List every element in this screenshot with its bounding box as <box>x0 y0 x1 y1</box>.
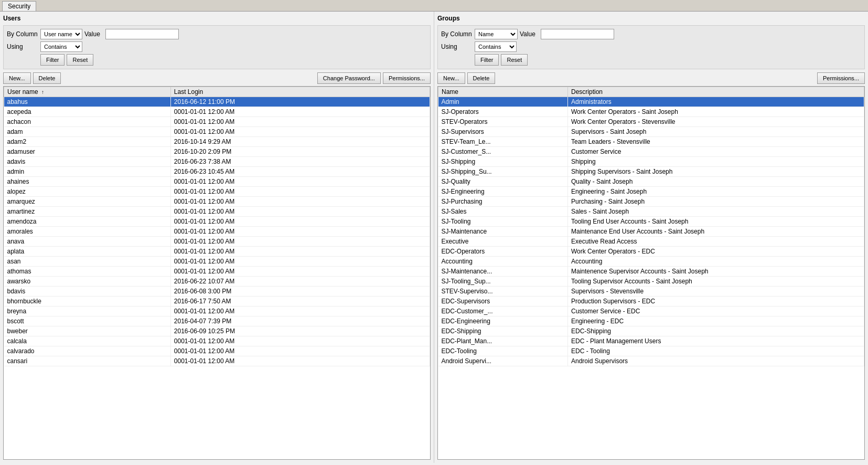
security-tab[interactable]: Security <box>2 1 36 11</box>
users-table-row[interactable]: adavis 2016-06-23 7:38 AM <box>4 157 430 167</box>
group-description-cell: Work Center Operators - EDC <box>568 247 864 257</box>
groups-permissions-button[interactable]: Permissions... <box>817 72 865 84</box>
groups-table-row[interactable]: SJ-Maintenance... Maintenence Supervisor… <box>438 267 864 277</box>
users-value-label: Value <box>84 30 103 38</box>
groups-table-row[interactable]: STEV-Superviso... Supervisors - Stevensv… <box>438 287 864 297</box>
groups-table-row[interactable]: SJ-Operators Work Center Operators - Sai… <box>438 107 864 117</box>
group-name-cell: SJ-Shipping <box>438 157 568 167</box>
groups-delete-button[interactable]: Delete <box>467 72 496 84</box>
user-lastlogin-cell: 0001-01-01 12:00 AM <box>170 207 430 217</box>
users-table-row[interactable]: aplata 0001-01-01 12:00 AM <box>4 247 430 257</box>
users-table-row[interactable]: adam2 2016-10-14 9:29 AM <box>4 137 430 147</box>
groups-table-row[interactable]: Accounting Accounting <box>438 257 864 267</box>
users-table-row[interactable]: bdavis 2016-06-08 3:00 PM <box>4 287 430 297</box>
groups-table-row[interactable]: SJ-Shipping Shipping <box>438 157 864 167</box>
group-description-cell: Supervisors - Saint Joseph <box>568 127 864 137</box>
groups-table-row[interactable]: SJ-Shipping_Su... Shipping Supervisors -… <box>438 167 864 177</box>
users-filter-button[interactable]: Filter <box>40 54 65 66</box>
groups-col-description[interactable]: Description <box>568 87 864 97</box>
groups-by-column-select[interactable]: Name Description <box>475 29 518 39</box>
users-by-column-select[interactable]: User name Last Login <box>40 29 82 39</box>
users-table-row[interactable]: asan 0001-01-01 12:00 AM <box>4 257 430 267</box>
users-table-row[interactable]: awarsko 2016-06-22 10:07 AM <box>4 277 430 287</box>
users-col-lastlogin[interactable]: Last Login <box>170 87 430 97</box>
groups-table-row[interactable]: EDC-Tooling EDC - Tooling <box>438 346 864 356</box>
users-table-row[interactable]: acepeda 0001-01-01 12:00 AM <box>4 107 430 117</box>
users-table-row[interactable]: abahus 2016-06-12 11:00 PM <box>4 97 430 107</box>
group-description-cell: Team Leaders - Stevensville <box>568 137 864 147</box>
users-table-row[interactable]: bweber 2016-06-09 10:25 PM <box>4 326 430 336</box>
users-table-row[interactable]: calvarado 0001-01-01 12:00 AM <box>4 346 430 356</box>
users-delete-button[interactable]: Delete <box>33 72 61 84</box>
users-col-username[interactable]: User name ↑ <box>4 87 171 97</box>
groups-filter-button[interactable]: Filter <box>475 54 499 66</box>
groups-reset-button[interactable]: Reset <box>501 54 528 66</box>
groups-value-input[interactable] <box>541 29 614 39</box>
users-table-row[interactable]: cansari 0001-01-01 12:00 AM <box>4 356 430 366</box>
users-table-row[interactable]: amartinez 0001-01-01 12:00 AM <box>4 207 430 217</box>
user-lastlogin-cell: 0001-01-01 12:00 AM <box>170 217 430 227</box>
groups-col-name[interactable]: Name <box>438 87 568 97</box>
user-username-cell: bscott <box>4 316 171 326</box>
users-table-row[interactable]: admin 2016-06-23 10:45 AM <box>4 167 430 177</box>
groups-panel: Groups By Column Name Description Value … <box>434 12 868 463</box>
users-table-row[interactable]: athomas 0001-01-01 12:00 AM <box>4 267 430 277</box>
groups-table-row[interactable]: SJ-Quality Quality - Saint Joseph <box>438 177 864 187</box>
groups-table-row[interactable]: SJ-Tooling Tooling End User Accounts - S… <box>438 217 864 227</box>
users-table-row[interactable]: bscott 2016-04-07 7:39 PM <box>4 316 430 326</box>
group-name-cell: SJ-Customer_S... <box>438 147 568 157</box>
user-username-cell: amorales <box>4 227 171 237</box>
users-table: User name ↑ Last Login abahus 2016-06-12… <box>4 87 430 366</box>
group-description-cell: EDC - Tooling <box>568 346 864 356</box>
groups-table-row[interactable]: EDC-Plant_Man... EDC - Plant Management … <box>438 336 864 346</box>
users-change-password-button[interactable]: Change Password... <box>317 72 381 84</box>
users-table-row[interactable]: bhornbuckle 2016-06-17 7:50 AM <box>4 297 430 307</box>
groups-table-row[interactable]: STEV-Operators Work Center Operators - S… <box>438 117 864 127</box>
groups-table-row[interactable]: STEV-Team_Le... Team Leaders - Stevensvi… <box>438 137 864 147</box>
users-table-row[interactable]: anava 0001-01-01 12:00 AM <box>4 237 430 247</box>
users-using-select[interactable]: Contains Starts With Equals <box>40 41 82 52</box>
groups-table-row[interactable]: Executive Executive Read Access <box>438 237 864 247</box>
user-username-cell: amarquez <box>4 197 171 207</box>
groups-new-button[interactable]: New... <box>437 72 465 84</box>
users-table-row[interactable]: adamuser 2016-10-20 2:09 PM <box>4 147 430 157</box>
users-table-row[interactable]: amendoza 0001-01-01 12:00 AM <box>4 217 430 227</box>
groups-table-row[interactable]: SJ-Customer_S... Customer Service <box>438 147 864 157</box>
user-lastlogin-cell: 0001-01-01 12:00 AM <box>170 177 430 187</box>
users-table-row[interactable]: breyna 0001-01-01 12:00 AM <box>4 307 430 316</box>
groups-table-row[interactable]: Android Supervi... Android Supervisors <box>438 356 864 366</box>
groups-table-row[interactable]: SJ-Maintenance Maintenance End User Acco… <box>438 227 864 237</box>
users-new-button[interactable]: New... <box>3 72 31 84</box>
groups-table-row[interactable]: EDC-Shipping EDC-Shipping <box>438 326 864 336</box>
users-panel: Users By Column User name Last Login Val… <box>0 12 434 463</box>
groups-table-row[interactable]: SJ-Purchasing Purchasing - Saint Joseph <box>438 197 864 207</box>
user-lastlogin-cell: 2016-04-07 7:39 PM <box>170 316 430 326</box>
users-reset-button[interactable]: Reset <box>67 54 93 66</box>
users-value-input[interactable] <box>105 29 179 39</box>
users-table-row[interactable]: ahaines 0001-01-01 12:00 AM <box>4 177 430 187</box>
user-lastlogin-cell: 0001-01-01 12:00 AM <box>170 356 430 366</box>
user-lastlogin-cell: 2016-06-12 11:00 PM <box>170 97 430 107</box>
groups-table-row[interactable]: Admin Administrators <box>438 97 864 107</box>
group-name-cell: EDC-Supervisors <box>438 297 568 307</box>
users-table-row[interactable]: amorales 0001-01-01 12:00 AM <box>4 227 430 237</box>
group-description-cell: Purchasing - Saint Joseph <box>568 197 864 207</box>
groups-using-label: Using <box>441 43 473 50</box>
users-table-container: User name ↑ Last Login abahus 2016-06-12… <box>3 86 431 460</box>
users-table-row[interactable]: calcala 0001-01-01 12:00 AM <box>4 336 430 346</box>
users-table-row[interactable]: alopez 0001-01-01 12:00 AM <box>4 187 430 197</box>
groups-table-row[interactable]: SJ-Engineering Engineering - Saint Josep… <box>438 187 864 197</box>
groups-table-row[interactable]: SJ-Supervisors Supervisors - Saint Josep… <box>438 127 864 137</box>
users-table-row[interactable]: adam 0001-01-01 12:00 AM <box>4 127 430 137</box>
groups-table-row[interactable]: SJ-Tooling_Sup... Tooling Supervisor Acc… <box>438 277 864 287</box>
groups-table-row[interactable]: EDC-Supervisors Production Supervisors -… <box>438 297 864 307</box>
groups-using-select[interactable]: Contains Starts With Equals <box>475 41 517 52</box>
groups-table-row[interactable]: SJ-Sales Sales - Saint Joseph <box>438 207 864 217</box>
users-table-row[interactable]: amarquez 0001-01-01 12:00 AM <box>4 197 430 207</box>
users-permissions-button[interactable]: Permissions... <box>383 72 431 84</box>
groups-table-row[interactable]: EDC-Customer_... Customer Service - EDC <box>438 307 864 316</box>
users-table-row[interactable]: achacon 0001-01-01 12:00 AM <box>4 117 430 127</box>
user-lastlogin-cell: 2016-10-20 2:09 PM <box>170 147 430 157</box>
groups-table-row[interactable]: EDC-Operators Work Center Operators - ED… <box>438 247 864 257</box>
groups-table-row[interactable]: EDC-Engineering Engineering - EDC <box>438 316 864 326</box>
